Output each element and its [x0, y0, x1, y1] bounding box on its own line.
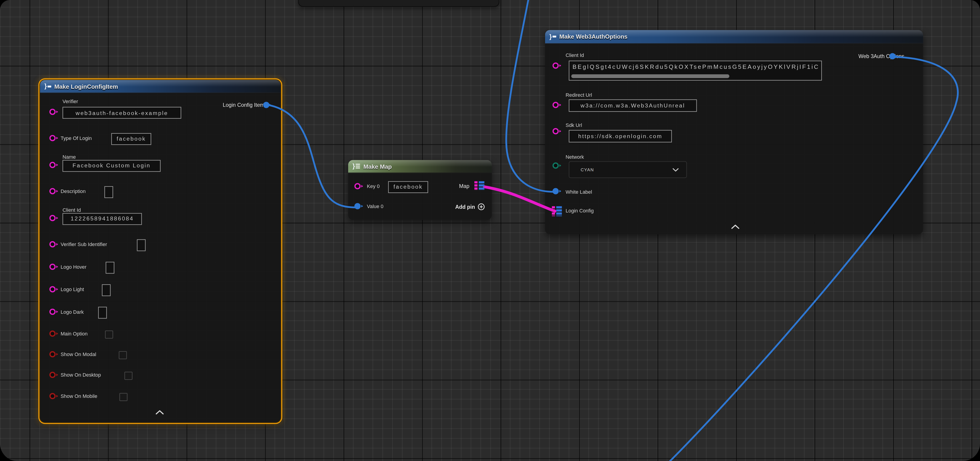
chevron-down-icon	[673, 168, 679, 172]
node-header-make-web3authoptions[interactable]: } Make Web3AuthOptions	[545, 30, 923, 44]
input-label-network: Network	[566, 154, 584, 160]
collapse-chevron-icon[interactable]	[156, 410, 164, 415]
input-pin-show-on-desktop[interactable]	[49, 372, 56, 378]
input-pin-logo-hover[interactable]	[49, 264, 56, 270]
input-label-key-0: Key 0	[367, 184, 380, 189]
input-label-client-id: Client Id	[62, 207, 81, 213]
input-label-value-0: Value 0	[367, 204, 383, 210]
add-pin-plus-icon	[477, 203, 485, 211]
input-pin-description[interactable]	[49, 188, 56, 194]
input-label-type-of-login: Type Of Login	[60, 136, 92, 141]
node-make-map[interactable]: } Make Map Key 0 facebook Map Value 0 Ad…	[348, 160, 492, 220]
make-struct-icon: }	[549, 33, 556, 40]
client-id-value-field[interactable]: 1222658941886084	[62, 213, 142, 224]
verifier-value-field[interactable]: web3auth-facebook-example	[62, 107, 181, 119]
input-pin-logo-dark[interactable]	[49, 309, 56, 315]
input-label-description: Description	[60, 189, 86, 194]
output-pin-map-icon[interactable]	[474, 181, 485, 191]
input-pin-main-option[interactable]	[49, 331, 56, 337]
input-label-client-id: Client Id	[566, 52, 584, 58]
input-pin-client-id[interactable]	[49, 215, 56, 221]
input-pin-name[interactable]	[49, 162, 56, 168]
verifier-sub-identifier-value-field[interactable]	[137, 239, 145, 251]
input-pin-redirect-url[interactable]	[553, 102, 559, 108]
output-pin-login-config-item[interactable]	[263, 102, 269, 108]
input-pin-type-of-login[interactable]	[49, 135, 56, 141]
input-label-show-on-mobile: Show On Mobile	[60, 394, 97, 399]
input-label-show-on-modal: Show On Modal	[60, 352, 96, 358]
client-id-value-field[interactable]: BEglQSgt4cUWcj6SKRdu5QkOXTsePmMcusG5EAoy…	[569, 60, 822, 81]
input-label-main-option: Main Option	[60, 331, 88, 337]
show-on-modal-checkbox[interactable]	[119, 351, 127, 359]
node-title: Make Map	[363, 163, 391, 170]
make-struct-icon: }	[45, 83, 51, 89]
input-label-redirect-url: Redirect Url	[566, 92, 592, 98]
input-label-white-label: White Label	[566, 189, 592, 195]
node-title: Make Web3AuthOptions	[559, 33, 627, 40]
input-pin-login-config-icon[interactable]	[552, 206, 562, 216]
node-header-make-map[interactable]: } Make Map	[348, 160, 492, 173]
input-label-sdk-url: Sdk Url	[566, 122, 582, 128]
type-of-login-value-field[interactable]: facebook	[111, 133, 151, 145]
node-make-web3authoptions[interactable]: } Make Web3AuthOptions Web 3Auth Options…	[545, 30, 923, 234]
input-pin-network[interactable]	[553, 162, 559, 169]
input-pin-white-label[interactable]	[553, 188, 559, 194]
input-pin-show-on-modal[interactable]	[49, 351, 56, 358]
node-title: Make LoginConfigItem	[54, 83, 118, 90]
description-value-field[interactable]	[104, 186, 113, 198]
offscreen-node-bottom-edge[interactable]	[298, 0, 500, 7]
input-pin-value-0[interactable]	[355, 203, 361, 210]
logo-light-value-field[interactable]	[102, 284, 110, 296]
wire-login-config-item-to-value-0[interactable]	[268, 105, 355, 207]
sdk-url-value-field[interactable]: https://sdk.openlogin.com	[569, 130, 672, 143]
network-dropdown[interactable]: CYAN	[569, 161, 687, 178]
input-label-verifier-sub-identifier: Verifier Sub Identifier	[60, 242, 107, 247]
show-on-desktop-checkbox[interactable]	[124, 371, 133, 380]
output-pin-label: Map	[459, 183, 469, 189]
input-pin-sdk-url[interactable]	[553, 128, 559, 135]
input-label-name: Name	[62, 154, 76, 160]
input-pin-logo-light[interactable]	[49, 286, 56, 292]
input-pin-client-id[interactable]	[553, 63, 559, 69]
logo-dark-value-field[interactable]	[98, 307, 107, 318]
add-pin-label: Add pin	[455, 204, 475, 210]
main-option-checkbox[interactable]	[105, 330, 113, 339]
logo-hover-value-field[interactable]	[106, 261, 115, 273]
node-header-make-loginconfigitem[interactable]: } Make LoginConfigItem	[40, 80, 281, 93]
input-pin-verifier[interactable]	[49, 109, 56, 115]
input-label-show-on-desktop: Show On Desktop	[60, 372, 101, 378]
input-label-verifier: Verifier	[62, 99, 78, 105]
input-label-logo-light: Logo Light	[60, 287, 84, 292]
input-label-logo-dark: Logo Dark	[60, 309, 84, 315]
horizontal-scrollbar-thumb[interactable]	[571, 74, 729, 78]
client-id-value-text: BEglQSgt4cUWcj6SKRdu5QkOXTsePmMcusG5EAoy…	[573, 63, 819, 70]
collapse-chevron-icon[interactable]	[731, 224, 740, 229]
input-label-logo-hover: Logo Hover	[60, 264, 86, 270]
key-0-value-field[interactable]: facebook	[388, 181, 428, 193]
network-selected-value: CYAN	[581, 167, 673, 172]
redirect-url-value-field[interactable]: w3a://com.w3a.Web3AuthUnreal	[569, 99, 697, 112]
node-make-loginconfigitem[interactable]: } Make LoginConfigItem Login Config Item…	[40, 80, 281, 422]
output-pin-label: Login Config Item	[223, 102, 264, 108]
input-pin-show-on-mobile[interactable]	[49, 393, 56, 399]
show-on-mobile-checkbox[interactable]	[119, 393, 128, 401]
blueprint-graph-canvas[interactable]: } Make LoginConfigItem Login Config Item…	[0, 0, 980, 461]
name-value-field[interactable]: Facebook Custom Login	[62, 160, 161, 172]
add-pin-button[interactable]: Add pin	[455, 203, 485, 211]
input-pin-key-0[interactable]	[355, 183, 361, 189]
make-map-icon: }	[353, 163, 360, 169]
input-pin-verifier-sub-identifier[interactable]	[49, 242, 56, 248]
input-label-login-config: Login Config	[566, 208, 594, 214]
